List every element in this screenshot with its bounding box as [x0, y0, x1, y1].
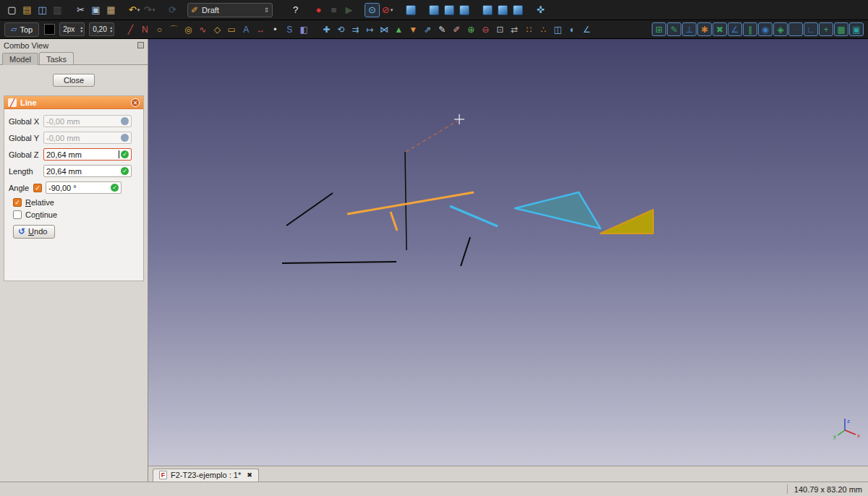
draft-shapestring-icon[interactable]: S — [282, 22, 297, 36]
paste-icon[interactable]: ▦ — [103, 3, 119, 17]
draft-mirror-icon[interactable]: ◐ — [565, 22, 579, 36]
snap-near-icon[interactable]: + — [819, 22, 833, 36]
macro-execute-icon[interactable]: ▶ — [341, 3, 357, 17]
draft-move-icon[interactable]: ✚ — [319, 22, 333, 36]
snap-endpoint-icon[interactable]: ✎ — [667, 22, 681, 36]
snap-ortho-icon[interactable]: ∟ — [804, 22, 818, 36]
draft-dimension-icon[interactable]: ↔ — [253, 22, 268, 36]
cut-icon[interactable]: ✂ — [73, 3, 88, 17]
close-task-button[interactable]: Close — [53, 74, 95, 87]
draft-del-point-icon[interactable]: ⊖ — [478, 22, 493, 36]
snap-center-icon[interactable]: ◉ — [758, 22, 773, 36]
draft-edit-icon[interactable]: ✎ — [435, 22, 449, 36]
view-bottom-icon[interactable] — [495, 3, 510, 17]
view-top-icon[interactable] — [441, 3, 456, 17]
save-document-icon[interactable]: ◫ — [35, 3, 50, 17]
copy-icon[interactable]: ▣ — [88, 3, 103, 17]
draft-subelement-icon[interactable]: ✐ — [449, 22, 464, 36]
draft-rotate-icon[interactable]: ⟲ — [333, 22, 348, 36]
draft-line-icon[interactable]: ╱ — [123, 22, 137, 36]
viewport[interactable]: xyz — [148, 39, 868, 466]
relative-checkbox[interactable]: ✓ — [13, 198, 22, 207]
new-document-icon[interactable]: ▢ — [4, 3, 20, 17]
draft-join-icon[interactable]: ⋈ — [377, 22, 391, 36]
measure-distance-icon[interactable]: ✜ — [533, 3, 548, 17]
global-z-input[interactable]: 20,64 mm✓ — [43, 148, 132, 161]
draft-text-icon[interactable]: A — [239, 22, 253, 36]
draft-slope-icon[interactable]: ∠ — [579, 22, 594, 36]
snap-workingplane-icon[interactable]: ▣ — [849, 22, 864, 36]
angle-input[interactable]: -90,00 °✓ — [46, 181, 122, 194]
whats-this-icon[interactable]: ? — [288, 3, 303, 17]
draft-trimex-icon[interactable]: ↦ — [362, 22, 377, 36]
snap-lock-icon[interactable]: ⊞ — [652, 22, 666, 36]
scale-spinbox[interactable]: 0,20 ▴▾ — [89, 22, 114, 36]
view-right-icon[interactable] — [456, 3, 472, 17]
draft-bspline-icon[interactable]: ∿ — [195, 22, 210, 36]
snap-special-icon[interactable]: ✱ — [697, 22, 712, 36]
draft-polygon-icon[interactable]: ◇ — [210, 22, 224, 36]
tab-tasks[interactable]: Tasks — [39, 52, 74, 64]
draw-style-icon[interactable]: ⊘▾ — [380, 3, 395, 17]
macro-record-icon[interactable]: ● — [311, 3, 326, 17]
draft-circle-icon[interactable]: ○ — [152, 22, 166, 36]
cyan-line — [450, 206, 498, 226]
task-fields: Global X-0,00 mmGlobal Y-0,00 mmGlobal Z… — [4, 109, 143, 194]
draft-clone-icon[interactable]: ◫ — [550, 22, 565, 36]
draft-patharray-icon[interactable]: ∴ — [536, 22, 550, 36]
snap-extension-icon[interactable]: ◈ — [773, 22, 788, 36]
task-close-icon[interactable]: ✕ — [131, 98, 140, 107]
document-tab-label: F2-T23-ejemplo : 1* — [171, 471, 241, 479]
draft-upgrade-icon[interactable]: ▲ — [391, 22, 406, 36]
length-input[interactable]: 20,64 mm✓ — [43, 165, 132, 177]
spinner-arrows-icon[interactable]: ▴▾ — [80, 26, 82, 33]
tab-model[interactable]: Model — [2, 53, 38, 65]
draft-facebinder-icon[interactable]: ◧ — [297, 22, 311, 36]
draft-to-sketch-icon[interactable]: ⇄ — [507, 22, 522, 36]
tab-close-icon[interactable]: ✖ — [247, 471, 252, 479]
view-left-icon-face — [513, 5, 523, 15]
draft-shape2dview-icon[interactable]: ⊡ — [493, 22, 507, 36]
undo-button[interactable]: ↺ Undo — [13, 225, 55, 239]
draft-wire-icon[interactable]: N — [137, 22, 152, 36]
draft-array-icon[interactable]: ∷ — [522, 22, 536, 36]
combo-view-header: Combo View — [0, 39, 148, 51]
global-y-input[interactable]: -0,00 mm — [43, 132, 132, 144]
draft-rectangle-icon[interactable]: ▭ — [224, 22, 239, 36]
continue-checkbox[interactable] — [13, 210, 22, 219]
view-left-icon[interactable] — [510, 3, 525, 17]
snap-angle-icon[interactable]: ∠ — [728, 22, 742, 36]
line-width-spinbox[interactable]: 2px ▴▾ — [59, 22, 85, 36]
view-isometric-icon[interactable] — [403, 3, 418, 17]
draft-scale-icon[interactable]: ⇗ — [420, 22, 435, 36]
working-plane-button[interactable]: ▱ Top — [4, 22, 39, 37]
snap-perpendicular-icon[interactable]: ⊥ — [682, 22, 697, 36]
refresh-icon[interactable]: ⟳ — [165, 3, 180, 17]
line-color-swatch[interactable] — [44, 24, 55, 35]
draft-downgrade-icon[interactable]: ▼ — [406, 22, 420, 36]
macro-stop-icon[interactable]: ■ — [326, 3, 341, 17]
draft-ellipse-icon[interactable]: ◎ — [181, 22, 195, 36]
view-front-icon[interactable] — [426, 3, 441, 17]
angle-checkbox[interactable]: ✓ — [33, 184, 42, 192]
view-rear-icon[interactable] — [480, 3, 495, 17]
global-x-input[interactable]: -0,00 mm — [43, 115, 132, 127]
undo-arrow-icon[interactable]: ↶▾ — [127, 3, 142, 17]
document-tab[interactable]: F F2-T23-ejemplo : 1* ✖ — [153, 469, 259, 482]
axis-x-label: x — [857, 432, 860, 439]
snap-intersection-icon[interactable]: ✖ — [712, 22, 727, 36]
draft-arc-icon[interactable]: ⌒ — [166, 22, 181, 36]
redo-arrow-icon[interactable]: ↷▾ — [142, 3, 157, 17]
snap-grid-icon[interactable]: ▦ — [834, 22, 848, 36]
draft-add-point-icon[interactable]: ⊕ — [464, 22, 478, 36]
snap-dimensions-icon[interactable]: ⋯ — [788, 22, 803, 36]
spinner-arrows-icon[interactable]: ▴▾ — [110, 26, 112, 33]
workbench-selector[interactable]: ✐ Draft ⇕ — [187, 3, 273, 17]
export-icon[interactable]: ▥ — [50, 3, 65, 17]
draft-offset-icon[interactable]: ⇉ — [348, 22, 362, 36]
open-document-icon[interactable]: ▤ — [20, 3, 35, 17]
draft-point-icon[interactable]: • — [268, 22, 282, 36]
float-panel-icon[interactable] — [137, 42, 144, 48]
zoom-fit-icon[interactable]: ⊙ — [365, 3, 380, 17]
snap-parallel-icon[interactable]: ∥ — [743, 22, 757, 36]
